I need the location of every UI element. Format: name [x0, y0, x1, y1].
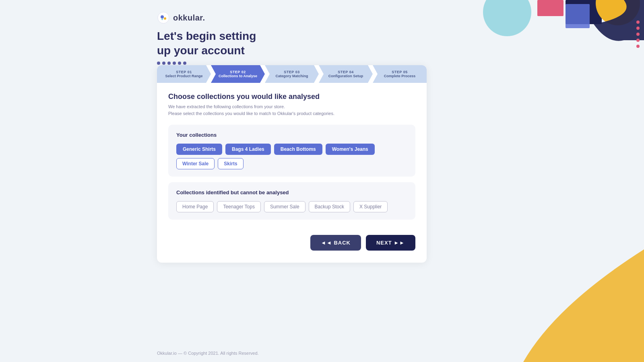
- steps-bar: STEP 01 Select Product Range STEP 02 Col…: [157, 65, 427, 83]
- collections-box: Your collections Generic Shirts Bags 4 L…: [168, 125, 415, 177]
- step-3-label: Category Matching: [275, 74, 308, 78]
- tag-bags-4-ladies[interactable]: Bags 4 Ladies: [225, 144, 271, 155]
- unanalysed-box: Collections identified but cannot be ana…: [168, 182, 415, 220]
- step-3[interactable]: STEP 03 Category Matching: [265, 65, 319, 83]
- tag-generic-shirts[interactable]: Generic Shirts: [176, 144, 222, 155]
- step-5-label: Complete Process: [384, 74, 416, 78]
- tag-skirts[interactable]: Skirts: [218, 158, 243, 169]
- logo-text: okkular.: [173, 13, 205, 23]
- step-3-num: STEP 03: [284, 70, 299, 74]
- step-4[interactable]: STEP 04 Configuration Setup: [319, 65, 373, 83]
- step-2[interactable]: STEP 02 Collections to Analyse: [211, 65, 265, 83]
- svg-point-7: [636, 27, 640, 30]
- tag-winter-sale[interactable]: Winter Sale: [176, 158, 215, 169]
- nav-buttons: ◄◄ BACK NEXT ►►: [157, 225, 427, 251]
- step-5[interactable]: STEP 05 Complete Process: [373, 65, 427, 83]
- tag-backup-stock: Backup Stock: [309, 201, 350, 212]
- svg-point-10: [636, 45, 640, 48]
- main-subtitle: We have extracted the following collecti…: [168, 103, 415, 117]
- logo-icon: [157, 11, 170, 24]
- svg-point-8: [636, 33, 640, 36]
- svg-point-9: [636, 39, 640, 42]
- step-5-num: STEP 05: [392, 70, 407, 74]
- step-1-label: Select Product Range: [165, 74, 202, 78]
- logo: okkular.: [157, 11, 205, 24]
- deco-bottom-right: [523, 249, 644, 362]
- svg-rect-1: [537, 0, 564, 16]
- svg-rect-2: [566, 0, 602, 24]
- svg-point-6: [636, 21, 640, 24]
- step-1-num: STEP 01: [176, 70, 192, 74]
- tag-summer-sale: Summer Sale: [264, 201, 305, 212]
- main-card: STEP 01 Select Product Range STEP 02 Col…: [157, 65, 427, 263]
- collections-tags-row: Generic Shirts Bags 4 Ladies Beach Botto…: [176, 144, 407, 169]
- svg-point-12: [161, 15, 164, 19]
- tag-home-page: Home Page: [176, 201, 214, 212]
- dots-decoration: [157, 62, 256, 65]
- collections-title: Your collections: [176, 132, 407, 138]
- svg-point-3: [596, 0, 640, 25]
- svg-point-13: [164, 17, 166, 20]
- unanalysed-tags-row: Home Page Teenager Tops Summer Sale Back…: [176, 201, 407, 212]
- footer: Okkular.io — © Copyright 2021. All right…: [157, 351, 259, 356]
- page-heading: Let's begin setting up your account: [157, 29, 256, 65]
- back-button[interactable]: ◄◄ BACK: [310, 235, 361, 251]
- svg-rect-4: [596, 0, 644, 32]
- step-1[interactable]: STEP 01 Select Product Range: [157, 65, 211, 83]
- deco-top-right: [475, 0, 644, 64]
- unanalysed-title: Collections identified but cannot be ana…: [176, 189, 407, 195]
- heading-line1: Let's begin setting up your account: [157, 29, 256, 58]
- card-content: Choose collections you would like analys…: [157, 83, 427, 220]
- step-2-num: STEP 02: [230, 70, 246, 74]
- step-2-label: Collections to Analyse: [219, 74, 257, 78]
- next-button[interactable]: NEXT ►►: [366, 235, 415, 251]
- tag-x-supplier: X Supplier: [353, 201, 388, 212]
- svg-point-0: [483, 0, 531, 36]
- tag-beach-bottoms[interactable]: Beach Bottoms: [274, 144, 322, 155]
- step-4-num: STEP 04: [338, 70, 353, 74]
- svg-point-14: [161, 19, 163, 20]
- tag-womens-jeans[interactable]: Women's Jeans: [326, 144, 375, 155]
- step-4-label: Configuration Setup: [328, 74, 363, 78]
- main-title: Choose collections you would like analys…: [168, 93, 415, 101]
- svg-rect-5: [566, 4, 590, 28]
- tag-teenager-tops: Teenager Tops: [217, 201, 261, 212]
